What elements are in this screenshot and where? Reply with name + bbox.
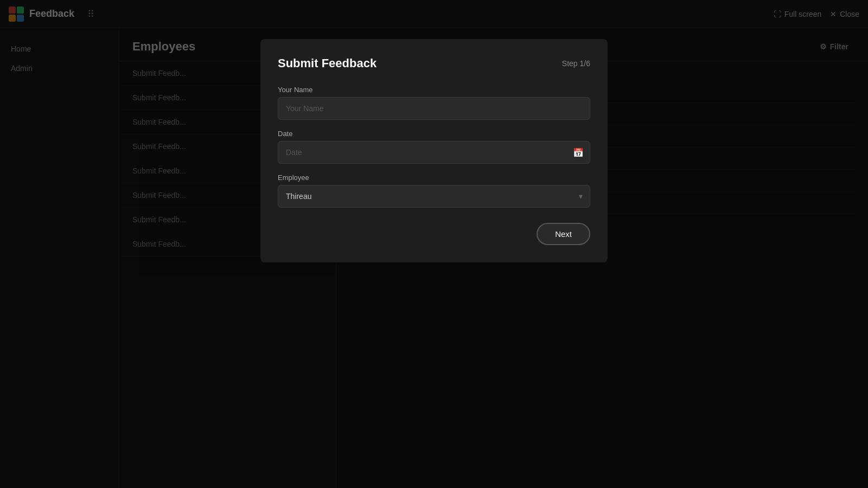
- employee-field-group: Employee Thireau Smith Johnson Williams …: [278, 174, 590, 208]
- name-field-group: Your Name: [278, 86, 590, 120]
- modal-title: Submit Feedback: [278, 56, 376, 70]
- modal-footer: Next: [278, 223, 590, 245]
- date-field-group: Date 📅: [278, 130, 590, 164]
- employee-label: Employee: [278, 174, 590, 182]
- modal-overlay: Submit Feedback Step 1/6 Your Name Date …: [0, 0, 868, 488]
- date-wrapper: 📅: [278, 141, 590, 164]
- date-input[interactable]: [278, 141, 590, 164]
- name-label: Your Name: [278, 86, 590, 94]
- calendar-icon[interactable]: 📅: [573, 147, 584, 158]
- next-button[interactable]: Next: [537, 223, 590, 245]
- modal-header: Submit Feedback Step 1/6: [278, 56, 590, 70]
- employee-select-wrapper: Thireau Smith Johnson Williams ▾: [278, 185, 590, 208]
- name-input[interactable]: [278, 97, 590, 120]
- employee-select[interactable]: Thireau Smith Johnson Williams: [278, 185, 590, 208]
- modal-step: Step 1/6: [562, 59, 590, 68]
- date-label: Date: [278, 130, 590, 138]
- submit-feedback-modal: Submit Feedback Step 1/6 Your Name Date …: [260, 39, 608, 262]
